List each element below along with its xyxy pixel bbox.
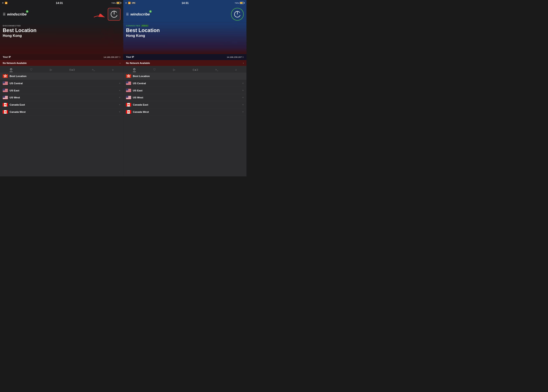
battery-percent-connected: 74% [235,2,239,4]
location-item-us-west-connected[interactable]: US West + [123,94,246,101]
wifi-icon-connected: 📶 [128,2,131,4]
svg-text:★: ★ [112,39,113,40]
expand-icon-us-west-connected[interactable]: + [242,96,243,99]
us-flag-canton [3,82,5,84]
location-item-best-connected[interactable]: Best Location [123,73,246,80]
location-list-connected: Best Location US Central + [123,73,246,116]
ca-maple-leaf-west: 🍁 [4,111,7,113]
location-item-ca-west[interactable]: 🍁 Canada West + [0,108,123,116]
protocol-badge: IKEv2 [141,25,148,27]
chevron-right-icon-connected: › [243,62,244,65]
tab-streaming-connected[interactable]: ▷ [172,68,177,71]
network-row-disconnected[interactable]: No Network Available › [0,60,123,66]
tab-p2p[interactable]: ((▲)) [68,68,76,71]
svg-point-22 [234,33,243,38]
hk-watermark: ★ ★ ★ ★ ★ [99,25,120,49]
tab-p2p-connected[interactable]: ((▲)) [191,68,200,71]
location-item-left-us-east: US East [3,89,19,92]
location-item-us-central[interactable]: US Central + [0,80,123,87]
tab-p2p-icon-connected: ((▲)) [193,68,198,71]
lower-section-connected: ⊙ ♡ ▷ ((▲)) >_ ⌕ [123,66,246,176]
expand-icon-us-central-connected[interactable]: + [242,82,243,85]
location-name-us-central-connected: US Central [133,82,146,85]
tab-streaming-icon-connected: ▷ [173,68,175,71]
location-item-left-ca-west: 🍁 Canada West [3,110,26,114]
location-item-ca-east-connected[interactable]: 🍁 Canada East + [123,101,246,108]
location-item-us-central-connected[interactable]: US Central + [123,80,246,87]
location-name-best-connected: Best Location [133,75,150,78]
status-bar-disconnected: ✈ 📶 14:31 74% [0,0,123,6]
status-bar-connected: ✈ 📶 VPN 14:31 74% [123,0,246,6]
svg-point-25 [223,27,233,36]
tab-all-icon-connected: ⊙ [133,67,136,71]
tab-static[interactable]: >_ [90,68,96,71]
chevron-right-icon: › [120,62,121,65]
ip-label: Your IP [3,56,11,58]
tab-favorites[interactable]: ♡ [28,68,34,71]
expand-icon-ca-west-connected[interactable]: + [242,110,243,113]
location-item-ca-west-connected[interactable]: 🍁 Canada West + [123,108,246,116]
tab-search[interactable]: ⌕ [111,68,115,71]
tab-bar-disconnected: ⊙ ♡ ▷ ((▲)) >_ ⌕ [0,66,123,73]
power-icon-connected [234,10,241,18]
battery-icon [117,2,121,4]
us-flag-west-connected [126,96,131,99]
expand-icon-us-east[interactable]: + [119,89,120,92]
location-name-us-east-connected: US East [133,89,142,92]
tab-favorites-icon: ♡ [30,68,33,71]
tab-all-connected[interactable]: ⊙ [131,67,137,72]
app-header-disconnected: ☰ windscribe 3 [0,6,123,23]
svg-point-4 [111,33,120,38]
location-item-left-us-west-connected: US West [126,96,143,99]
expand-icon-ca-east-connected[interactable]: + [242,103,243,106]
expand-icon-ca-west[interactable]: + [119,110,120,113]
menu-button-connected[interactable]: ☰ [126,13,129,16]
app-header-connected: ☰ windscribe 3 [123,6,246,23]
us-flag-canton-west [3,96,5,98]
tab-favorites-connected[interactable]: ♡ [152,68,157,71]
us-flag-canton-east [3,89,5,91]
hero-section-disconnected: ★ ★ ★ ★ ★ DISCONNECTED Best Location Hon… [0,23,123,54]
expand-icon-ca-east[interactable]: + [119,103,120,106]
power-button[interactable] [108,8,121,21]
network-row-connected[interactable]: No Network Available › [123,60,246,66]
tab-all[interactable]: ⊙ [8,67,14,72]
location-item-us-west[interactable]: US West + [0,94,123,101]
power-button-connected[interactable] [231,8,244,21]
ip-row-connected: Your IP 14.166.230.207 ⎘ [123,54,246,60]
lower-section-disconnected: ⊙ ♡ ▷ ((▲)) >_ ⌕ [0,66,123,176]
location-item-ca-east[interactable]: 🍁 Canada East + [0,101,123,108]
location-item-us-east[interactable]: US East + [0,87,123,94]
status-left: ✈ 📶 [2,2,7,4]
status-time-connected: 14:31 [182,1,189,4]
location-item-left-us-central-connected: US Central [126,82,146,85]
svg-text:★: ★ [105,39,106,40]
location-name-us-east: US East [10,89,19,92]
expand-icon-us-east-connected[interactable]: + [242,89,243,92]
copy-icon-connected[interactable]: ⎘ [243,56,243,58]
search-icon-connected: ⌕ [235,68,237,71]
ip-value-connected: 14.166.230.207 ⎘ [227,56,244,58]
ca-maple-leaf-east-connected: 🍁 [127,104,130,106]
status-left-connected: ✈ 📶 VPN [125,2,136,4]
hero-section-connected: CONNECTED IKEv2 Best Location Hong Kong [123,23,246,54]
tab-search-connected[interactable]: ⌕ [234,68,239,71]
disconnected-screen: ✈ 📶 14:31 74% [0,0,123,176]
menu-button[interactable]: ☰ [3,13,6,16]
location-name-us-west-connected: US West [133,96,143,99]
location-item-left-ca-west-connected: 🍁 Canada West [126,110,149,114]
location-item-best[interactable]: Best Location [0,73,123,80]
copy-icon[interactable]: ⎘ [119,56,120,58]
hk-flag-svg-connected [126,74,131,78]
expand-icon-us-west[interactable]: + [119,96,120,99]
battery-fill [117,2,119,3]
location-name-best: Best Location [10,75,26,78]
tab-streaming-icon: ▷ [50,68,52,71]
location-item-us-east-connected[interactable]: US East + [123,87,246,94]
tab-static-connected[interactable]: >_ [214,68,220,71]
location-name-ca-west-connected: Canada West [133,110,149,113]
expand-icon-us-central[interactable]: + [119,82,120,85]
svg-point-6 [100,34,110,43]
tab-streaming[interactable]: ▷ [49,68,54,71]
battery-icon-connected [240,2,244,4]
